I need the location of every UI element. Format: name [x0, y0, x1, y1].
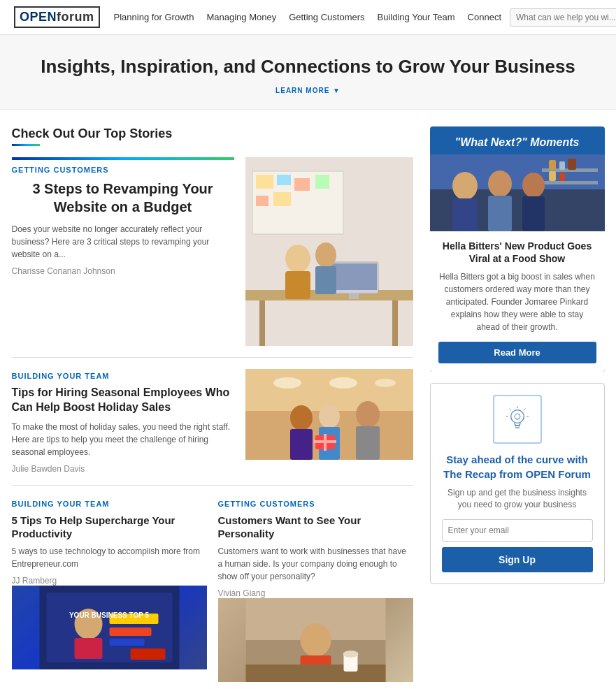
left-column: Check Out Our Top Stories GETTING CUSTOM… — [12, 126, 413, 686]
svg-rect-59 — [488, 196, 512, 231]
small-excerpt-1: Customers want to work with businesses t… — [218, 545, 413, 583]
svg-rect-36 — [109, 614, 158, 624]
svg-rect-31 — [314, 440, 336, 443]
svg-rect-53 — [568, 159, 576, 170]
small-story-image-0[interactable] — [12, 586, 207, 669]
svg-point-20 — [273, 377, 301, 389]
svg-rect-6 — [256, 196, 268, 206]
svg-point-16 — [315, 242, 336, 268]
svg-rect-10 — [392, 300, 398, 346]
nav-customers[interactable]: Getting Customers — [289, 12, 364, 22]
svg-rect-54 — [549, 171, 556, 181]
svg-point-34 — [74, 609, 102, 639]
small-category-0[interactable]: BUILDING YOUR TEAM — [12, 500, 207, 508]
search-box: ⚲ — [510, 8, 616, 27]
bulb-svg — [503, 405, 531, 433]
svg-rect-51 — [549, 160, 556, 170]
main-container: Check Out Our Top Stories GETTING CUSTOM… — [1, 110, 616, 689]
svg-rect-28 — [356, 426, 380, 460]
nav-planning[interactable]: Planning for Growth — [114, 12, 194, 22]
svg-point-46 — [343, 651, 358, 658]
office-image — [245, 157, 413, 346]
newsletter-subtitle: Sign up and get the business insights yo… — [442, 487, 593, 511]
what-next-title[interactable]: Hella Bitters' New Product Goes Viral at… — [438, 240, 596, 265]
what-next-body: Hella Bitters' New Product Goes Viral at… — [430, 231, 605, 372]
small-stories-grid: BUILDING YOUR TEAM 5 Tips To Help Superc… — [12, 497, 413, 686]
svg-rect-38 — [109, 639, 144, 646]
svg-point-70 — [515, 414, 520, 419]
svg-rect-3 — [277, 175, 291, 185]
small-author-1: Vivian Giang — [218, 588, 413, 598]
svg-point-21 — [329, 377, 357, 389]
small-story-0: BUILDING YOUR TEAM 5 Tips To Help Superc… — [12, 497, 207, 686]
medium-title[interactable]: Tips for Hiring Seasonal Employees Who C… — [12, 386, 234, 415]
newsletter-card: Stay ahead of the curve with The Recap f… — [430, 383, 605, 584]
svg-line-68 — [509, 409, 510, 410]
learn-more-link[interactable]: LEARN MORE ▼ — [14, 85, 602, 95]
newsletter-signup-button[interactable]: Sign Up — [442, 547, 593, 572]
small-story-image-1[interactable] — [218, 598, 413, 682]
svg-point-27 — [356, 401, 380, 428]
small-title-0[interactable]: 5 Tips To Help Supercharge Your Producti… — [12, 514, 207, 541]
svg-rect-9 — [259, 300, 265, 346]
section-title: Check Out Our Top Stories — [12, 126, 413, 141]
svg-point-58 — [488, 171, 512, 197]
svg-rect-50 — [542, 181, 598, 184]
svg-rect-61 — [522, 196, 545, 231]
featured-excerpt: Does your website no longer accurately r… — [12, 223, 234, 261]
site-logo[interactable]: OPENforum — [14, 6, 100, 28]
svg-rect-15 — [285, 271, 310, 299]
svg-rect-7 — [273, 192, 291, 206]
newsletter-title: Stay ahead of the curve with The Recap f… — [442, 452, 593, 481]
featured-story: GETTING CUSTOMERS 3 Steps to Revamping Y… — [12, 157, 413, 358]
logo-open: OPEN — [20, 10, 57, 24]
medium-story-image[interactable] — [245, 369, 413, 460]
nav-links: Planning for Growth Managing Money Getti… — [114, 12, 502, 22]
svg-rect-24 — [290, 429, 313, 460]
svg-rect-17 — [315, 266, 336, 294]
hella-bitters-svg — [430, 154, 605, 231]
small-story-1: GETTING CUSTOMERS Customers Want to See … — [218, 497, 413, 686]
medium-author: Julie Bawden Davis — [12, 464, 234, 474]
read-more-button[interactable]: Read More — [438, 342, 596, 363]
svg-rect-2 — [256, 175, 273, 189]
medium-story: BUILDING YOUR TEAM Tips for Hiring Seaso… — [12, 369, 413, 486]
hero-title: Insights, Inspiration, and Connections t… — [14, 56, 602, 78]
svg-rect-57 — [452, 198, 478, 231]
small-title-1[interactable]: Customers Want to See Your Personality — [218, 514, 413, 541]
svg-point-22 — [375, 379, 396, 387]
nav-managing[interactable]: Managing Money — [206, 12, 276, 22]
office-scene-svg — [245, 157, 413, 346]
medium-category[interactable]: BUILDING YOUR TEAM — [12, 372, 234, 380]
newsletter-email-input[interactable] — [442, 519, 593, 542]
cafe-image — [218, 598, 413, 682]
featured-title[interactable]: 3 Steps to Revamping Your Website on a B… — [12, 180, 234, 216]
svg-point-60 — [522, 173, 545, 198]
svg-point-23 — [290, 405, 313, 430]
svg-rect-55 — [559, 173, 565, 181]
newsletter-icon — [493, 395, 542, 444]
small-category-1[interactable]: GETTING CUSTOMERS — [218, 500, 413, 508]
featured-story-text: GETTING CUSTOMERS 3 Steps to Revamping Y… — [12, 157, 245, 346]
featured-story-image[interactable] — [245, 157, 413, 346]
nav-team[interactable]: Building Your Team — [378, 12, 455, 22]
right-column: "What Next?" Moments — [430, 126, 605, 686]
what-next-excerpt: Hella Bitters got a big boost in sales w… — [438, 270, 596, 333]
svg-point-62 — [510, 410, 524, 423]
svg-rect-37 — [109, 628, 151, 636]
svg-point-42 — [300, 623, 331, 657]
featured-category[interactable]: GETTING CUSTOMERS — [12, 166, 234, 174]
what-next-image[interactable] — [430, 154, 605, 231]
svg-rect-4 — [294, 178, 310, 191]
retail-scene-svg — [245, 369, 413, 460]
featured-author: Charisse Conanan Johnson — [12, 266, 234, 276]
search-input[interactable] — [516, 13, 616, 22]
color-bar — [12, 157, 234, 160]
svg-line-66 — [524, 409, 525, 410]
svg-rect-12 — [331, 263, 377, 290]
svg-rect-39 — [130, 648, 165, 660]
medium-excerpt: To make the most of holiday sales, you n… — [12, 421, 234, 458]
svg-rect-35 — [74, 638, 102, 659]
nav-connect[interactable]: Connect — [468, 12, 501, 22]
navbar: OPENforum Planning for Growth Managing M… — [0, 0, 616, 35]
